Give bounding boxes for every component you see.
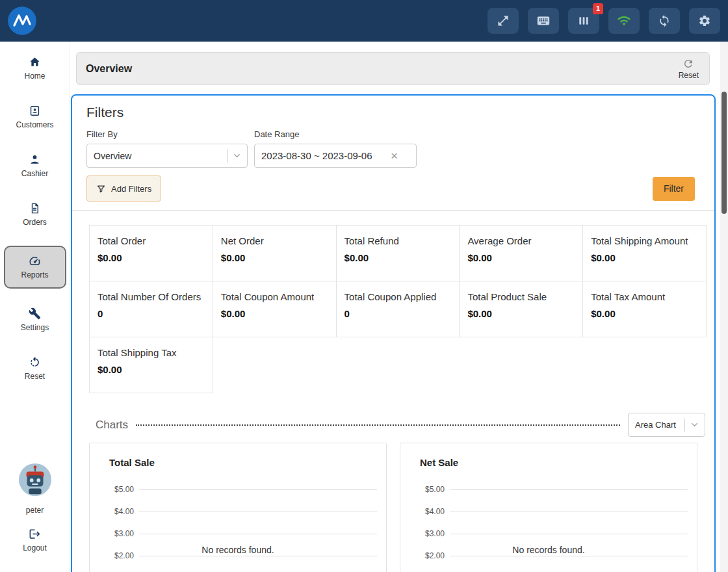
stat-card-total-tax-amount: Total Tax Amount $0.00	[582, 281, 707, 337]
chart-type-select[interactable]: Area Chart	[628, 413, 705, 437]
stat-value: $0.00	[221, 308, 331, 319]
stat-label: Total Number Of Orders	[98, 291, 207, 302]
sidebar-item-cashier[interactable]: Cashier	[4, 148, 66, 183]
empty-message: No records found.	[512, 545, 584, 555]
filter-by-value: Overview	[94, 151, 131, 161]
gridline	[450, 534, 688, 534]
sidebar-item-reset[interactable]: Reset	[4, 351, 66, 386]
sidebar-item-orders[interactable]: Orders	[4, 197, 66, 232]
reports-gauge-icon	[29, 255, 41, 267]
stat-value: $0.00	[591, 252, 701, 263]
settings-button[interactable]	[689, 8, 720, 34]
wifi-button[interactable]	[608, 8, 640, 34]
chart-y-axis: $5.00 $4.00 $3.00 $2.00 $1.00	[400, 478, 697, 572]
y-tick-label: $4.00	[407, 507, 445, 516]
sidebar-user-section: peter Logout	[18, 463, 52, 552]
filter-by-select[interactable]: Overview	[86, 144, 248, 168]
rotate-left-icon	[29, 356, 41, 369]
y-tick: $1.00	[96, 567, 377, 572]
chart-card-total-sale: Total Sale $5.00 $4.00 $3.00 $2.00 $1.00…	[89, 443, 387, 572]
keyboard-button[interactable]	[528, 8, 559, 34]
gridline	[450, 489, 688, 490]
chart-title: Total Sale	[109, 457, 386, 468]
user-avatar[interactable]	[18, 463, 52, 497]
stat-card-net-order: Net Order $0.00	[213, 225, 337, 281]
columns-button[interactable]: 1	[568, 8, 599, 34]
chart-card-net-sale: Net Sale $5.00 $4.00 $3.00 $2.00 $1.00 N…	[400, 443, 697, 572]
stat-label: Average Order	[467, 235, 577, 246]
sidebar-item-label: Orders	[23, 218, 47, 227]
y-tick-label: $5.00	[96, 485, 134, 494]
y-tick-label: $2.00	[96, 551, 134, 560]
stat-label: Total Coupon Amount	[221, 291, 331, 302]
reports-panel: Filters Filter By Overview Date Range	[71, 94, 716, 572]
sidebar-item-customers[interactable]: Customers	[4, 99, 66, 135]
stat-value: $0.00	[344, 252, 454, 263]
clear-date-icon[interactable]: ×	[391, 150, 398, 162]
stat-value: $0.00	[467, 308, 577, 319]
sidebar-item-reports[interactable]: Reports	[4, 246, 66, 289]
gridline	[139, 556, 377, 556]
orders-icon	[29, 202, 41, 214]
stat-card-total-shipping-tax: Total Shipping Tax $0.00	[89, 337, 213, 393]
stat-label: Total Product Sale	[467, 291, 577, 302]
logout-button[interactable]: Logout	[23, 528, 47, 552]
stat-label: Total Order	[98, 235, 207, 246]
refresh-icon	[682, 58, 694, 70]
stat-value: $0.00	[221, 252, 331, 263]
scrollbar-track[interactable]	[720, 42, 728, 572]
header-reset-button[interactable]: Reset	[679, 58, 699, 80]
stat-card-average-order: Average Order $0.00	[459, 225, 583, 281]
chart-y-axis: $5.00 $4.00 $3.00 $2.00 $1.00	[90, 478, 386, 572]
sidebar-item-label: Settings	[21, 323, 49, 332]
sidebar-item-settings[interactable]: Settings	[4, 302, 66, 337]
chevron-down-icon	[232, 151, 242, 161]
sync-button[interactable]	[649, 8, 680, 34]
sidebar: Home Customers Cashier Orders Reports Se…	[0, 42, 70, 572]
stats-grid: Total Order $0.00 Net Order $0.00 Total …	[89, 225, 707, 393]
charts-row: Total Sale $5.00 $4.00 $3.00 $2.00 $1.00…	[89, 443, 697, 572]
date-range-input[interactable]: 2023-08-30 ~ 2023-09-06 ×	[254, 144, 417, 168]
customers-icon	[29, 105, 41, 117]
sidebar-item-home[interactable]: Home	[4, 51, 66, 86]
filter-by-group: Filter By Overview	[86, 129, 248, 168]
select-controls	[684, 413, 705, 436]
add-filters-button[interactable]: Add Filters	[86, 176, 161, 202]
stat-card-total-refund: Total Refund $0.00	[336, 225, 460, 281]
stat-label: Total Shipping Tax	[98, 347, 207, 358]
sidebar-item-label: Cashier	[21, 169, 48, 178]
chart-type-value: Area Chart	[635, 420, 676, 430]
logout-icon	[29, 528, 41, 540]
funnel-icon	[96, 184, 106, 194]
app-logo-icon[interactable]	[8, 6, 36, 35]
gridline	[450, 556, 688, 556]
stat-card-total-number-of-orders: Total Number Of Orders 0	[89, 281, 213, 337]
y-tick-label: $3.00	[96, 529, 134, 538]
sidebar-item-label: Reports	[21, 270, 48, 280]
tools-icon	[29, 307, 41, 320]
filter-row: Filter By Overview Date Range 2023-08-30…	[86, 129, 714, 168]
filter-button[interactable]: Filter	[653, 177, 695, 201]
charts-header: Charts Area Chart	[96, 413, 705, 437]
y-tick-label: $5.00	[407, 485, 445, 494]
stat-card-total-order: Total Order $0.00	[89, 225, 213, 281]
scrollbar-thumb[interactable]	[722, 92, 727, 214]
stat-card-total-coupon-amount: Total Coupon Amount $0.00	[213, 281, 337, 337]
sidebar-item-label: Customers	[16, 120, 53, 129]
stat-label: Total Coupon Applied	[344, 291, 454, 302]
notification-badge: 1	[593, 3, 603, 14]
header-reset-label: Reset	[679, 71, 699, 80]
home-icon	[29, 56, 41, 68]
stat-value: $0.00	[98, 364, 207, 375]
sync-icon	[658, 14, 671, 27]
fullscreen-button[interactable]	[488, 8, 519, 34]
username-label: peter	[26, 506, 44, 515]
main-content: Overview Reset Filters Filter By Overvie…	[70, 42, 728, 572]
y-tick: $5.00	[407, 478, 688, 500]
sidebar-item-label: Reset	[25, 372, 45, 381]
stat-value: $0.00	[467, 252, 577, 263]
empty-message: No records found.	[202, 545, 274, 555]
y-tick: $3.00	[407, 523, 688, 545]
wifi-icon	[617, 14, 631, 28]
dotted-divider	[136, 424, 620, 426]
